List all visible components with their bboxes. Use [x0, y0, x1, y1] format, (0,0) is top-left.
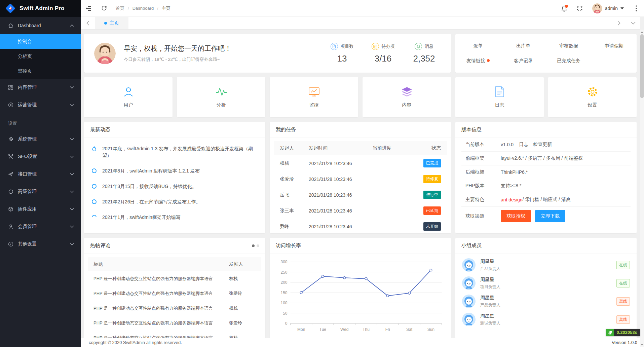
- changelog-link[interactable]: 日志: [519, 142, 528, 148]
- version-label: PHP版本: [465, 183, 501, 189]
- collapse-sidebar-button[interactable]: [81, 0, 96, 17]
- breadcrumb-current[interactable]: 主页: [162, 5, 171, 11]
- scrollbar-thumb[interactable]: [640, 34, 644, 98]
- comment-poster: 张爱玲: [229, 320, 256, 326]
- sidebar-item-advanced-mgmt[interactable]: 高级管理: [0, 183, 81, 200]
- tabs-menu-button[interactable]: [626, 17, 640, 29]
- trace-badge[interactable]: 0.202053s: [606, 329, 640, 336]
- sidebar-item-operation-mgmt[interactable]: 运营管理: [0, 96, 81, 114]
- sidebar-item-members-mgmt[interactable]: 会员管理: [0, 218, 81, 235]
- quicklink-customers[interactable]: 客户记录: [501, 58, 546, 64]
- shortcut-logs[interactable]: 日志: [455, 77, 544, 117]
- shortcut-settings[interactable]: 设置: [548, 77, 637, 117]
- hot-comments-card: 热帖评论 标题 发帖人 PHP 是一种创建动态交互性站点的强有力的服务器端脚本语…: [84, 238, 265, 338]
- timeline-text: 2021年1月，swiftAdmin框架开始编写: [102, 214, 181, 221]
- sidebar-item-monitor[interactable]: 监控页: [0, 64, 81, 79]
- breadcrumb-home[interactable]: 首页: [116, 5, 124, 11]
- growth-line-chart: 050100150200250300MonTueWedThuFriSatSun: [272, 257, 449, 336]
- sidebar-item-api-mgmt[interactable]: 接口管理: [0, 165, 81, 183]
- timeline-text: 2021年2月26日，在元宵节编写完成发布工作。: [102, 198, 201, 205]
- ant-design-link[interactable]: ant design: [501, 197, 523, 202]
- tabs-scroll-right-button[interactable]: [612, 17, 626, 29]
- quicklink-dispatch[interactable]: 派单: [455, 43, 501, 49]
- card-title: 小组成员: [461, 242, 482, 249]
- svg-text:150: 150: [280, 291, 287, 295]
- team-members-card: 小组成员 周星星产品负责人 在线 周星星项目负责人 在线 周星星产品负责人 离线: [455, 238, 637, 338]
- quicklink-outbound[interactable]: 出库单: [501, 43, 546, 49]
- sidebar-item-label: 插件应用: [18, 206, 70, 212]
- svg-text:50: 50: [283, 311, 288, 316]
- member-role: 项目负责人: [480, 284, 500, 290]
- comment-poster: 张爱玲: [229, 291, 256, 297]
- sidebar-item-other-settings[interactable]: 其他设置: [0, 235, 81, 253]
- sidebar-item-analysis[interactable]: 分析页: [0, 49, 81, 64]
- tab-home[interactable]: 主页: [95, 17, 128, 29]
- sidebar-item-console[interactable]: 控制台: [0, 34, 81, 49]
- sidebar-item-label: SEO设置: [18, 154, 70, 160]
- breadcrumb-dashboard[interactable]: Dashboard: [132, 6, 154, 11]
- news-card: 最新动态 2021年底，swiftAdmin 1.3 发布，并发展成最受欢迎的极…: [84, 122, 265, 233]
- quicklink-friend-links[interactable]: 友情链接: [455, 58, 501, 64]
- app-title: Swift Admin Pro: [20, 5, 65, 12]
- more-vertical-icon: [636, 5, 637, 11]
- user-menu[interactable]: admin: [588, 0, 629, 17]
- svg-text:300: 300: [280, 260, 287, 264]
- sidebar-item-seo-settings[interactable]: SEO设置: [0, 148, 81, 165]
- sidebar-item-plugins[interactable]: 插件应用: [0, 200, 81, 218]
- member-role: 产品负责人: [480, 302, 500, 308]
- more-menu-button[interactable]: [629, 0, 644, 17]
- sidebar-item-system-mgmt[interactable]: 系统管理: [0, 130, 81, 148]
- sidebar-item-label: 系统管理: [18, 136, 70, 142]
- card-title: 访问增长率: [276, 242, 301, 249]
- breadcrumb-separator: /: [157, 6, 158, 11]
- carousel-dot[interactable]: [257, 244, 259, 247]
- scrollbar-down-arrow[interactable]: [640, 342, 644, 347]
- scrollbar-up-arrow[interactable]: [640, 30, 644, 34]
- shortcut-monitor[interactable]: 监控: [270, 77, 358, 117]
- task-time: 2021/01/28 10:23:46: [309, 161, 373, 166]
- fullscreen-button[interactable]: [572, 0, 588, 17]
- sidebar: Swift Admin Pro Dashboard 控制台 分析页 监控页 内容…: [0, 0, 81, 347]
- shortcut-analysis[interactable]: 分析: [177, 77, 265, 117]
- timeline-item: 2021年2月26日，在元宵节编写完成发布工作。: [91, 198, 259, 214]
- chevron-down-icon: [70, 208, 74, 210]
- flame-icon: [91, 145, 98, 152]
- member-avatar: [462, 313, 476, 326]
- tabs-scroll-left-button[interactable]: [81, 17, 95, 29]
- main-content: 早安，权栈，开始您一天的工作吧！ 今日多云转阴，18℃ - 22℃，出门记得穿外…: [81, 30, 640, 338]
- download-now-button[interactable]: 立即下载: [535, 210, 565, 222]
- sidebar-item-content-mgmt[interactable]: 内容管理: [0, 79, 81, 96]
- notification-dot: [565, 5, 568, 8]
- document-icon: [331, 43, 338, 50]
- refresh-icon: [101, 5, 107, 11]
- row-shortcuts: 用户 分析 监控 内容 日志 设置: [84, 77, 637, 117]
- yen-circle-icon: [8, 102, 13, 108]
- get-license-button[interactable]: 获取授权: [501, 210, 531, 222]
- comment-title[interactable]: PHP 是一种创建动态交互性站点的强有力的服务器端脚本语言: [93, 335, 229, 338]
- task-row: 权栈 2021/01/28 10:23:46 已完成: [274, 155, 447, 171]
- check-update-link[interactable]: 检查更新: [533, 142, 552, 148]
- refresh-button[interactable]: [96, 0, 112, 17]
- svg-text:Thu: Thu: [363, 327, 370, 332]
- quicklink-done-tasks[interactable]: 已完成任务: [546, 58, 592, 64]
- card-title: 版本信息: [461, 126, 482, 133]
- welcome-text: 早安，权栈，开始您一天的工作吧！ 今日多云转阴，18℃ - 22℃，出门记得穿外…: [124, 44, 231, 63]
- status-badge: 在线: [616, 279, 630, 287]
- quicklink-audit[interactable]: 审核数据: [546, 43, 592, 49]
- shortcut-content[interactable]: 内容: [363, 77, 451, 117]
- page-scrollbar[interactable]: [640, 30, 644, 347]
- stat-messages: 消息 2,352: [408, 43, 440, 64]
- shortcut-users[interactable]: 用户: [84, 77, 173, 117]
- comment-title[interactable]: PHP 是一种创建动态交互性站点的强有力的服务器端脚本语言: [93, 305, 229, 311]
- bell-icon: [415, 43, 422, 50]
- task-time: 2021/01/28 10:23:46: [309, 224, 373, 229]
- sidebar-item-dashboard[interactable]: Dashboard: [0, 17, 81, 34]
- comment-title[interactable]: PHP 是一种创建动态交互性站点的强有力的服务器端脚本语言: [93, 291, 229, 297]
- logo[interactable]: Swift Admin Pro: [0, 0, 81, 17]
- comment-title[interactable]: PHP 是一种创建动态交互性站点的强有力的服务器端脚本语言: [93, 320, 229, 326]
- member-avatar: [462, 276, 476, 290]
- notifications-button[interactable]: [557, 0, 572, 17]
- comment-title[interactable]: PHP 是一种创建动态交互性站点的强有力的服务器端脚本语言: [93, 276, 229, 282]
- quicklink-leave[interactable]: 申请假期: [591, 43, 637, 49]
- carousel-dot-active[interactable]: [252, 244, 255, 247]
